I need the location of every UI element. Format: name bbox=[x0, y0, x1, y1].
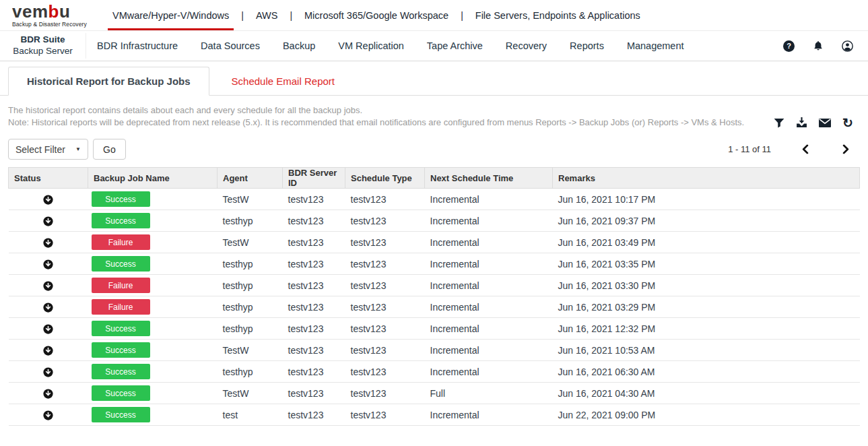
select-filter-dropdown[interactable]: Select Filter ▼ bbox=[8, 139, 88, 160]
status-cell bbox=[9, 296, 88, 318]
main-menu-bar: BDR Suite Backup Server BDR Infrastructu… bbox=[0, 31, 868, 61]
bdr-server-id-cell: testv123 bbox=[283, 340, 345, 361]
download-icon[interactable] bbox=[796, 117, 807, 129]
main-nav-item-reports[interactable]: Reports bbox=[570, 40, 604, 51]
backup-job-name-cell: Failure bbox=[88, 296, 218, 318]
job-status-badge[interactable]: Failure bbox=[92, 234, 150, 250]
vembu-logo[interactable]: vembu Backup & Disaster Recovery bbox=[12, 3, 88, 28]
status-cell bbox=[9, 232, 88, 253]
bdr-server-id-cell: testv123 bbox=[283, 383, 345, 404]
column-header-status: Status bbox=[9, 168, 88, 189]
description-line-2: Note: Historical reports will be depreca… bbox=[8, 117, 744, 129]
next-schedule-time-cell: Full bbox=[425, 383, 553, 404]
tab-historical-report[interactable]: Historical Report for Backup Jobs bbox=[8, 67, 209, 96]
next-page-icon[interactable] bbox=[840, 144, 850, 154]
table-row[interactable]: Successtesthyptestv123testv123Incrementa… bbox=[9, 318, 860, 340]
help-icon[interactable]: ? bbox=[783, 40, 795, 52]
product-tab-vmware-hyper-v-windows[interactable]: VMware/Hyper-V/Windows bbox=[110, 0, 231, 30]
user-account-icon[interactable] bbox=[842, 40, 853, 52]
chevron-down-icon: ▼ bbox=[75, 146, 81, 152]
history-download-status-icon[interactable] bbox=[43, 324, 53, 334]
table-row[interactable]: SuccessTestWtestv123testv123FullJun 16, … bbox=[9, 383, 860, 404]
bdr-server-id-cell: testv123 bbox=[283, 318, 345, 340]
backup-job-name-cell: Success bbox=[88, 210, 218, 232]
remarks-cell: Jun 16, 2021 10:53 AM bbox=[553, 340, 860, 361]
job-status-badge[interactable]: Success bbox=[92, 321, 150, 336]
product-title-block[interactable]: BDR Suite Backup Server bbox=[0, 33, 86, 59]
job-status-badge[interactable]: Success bbox=[92, 407, 150, 422]
status-cell bbox=[9, 275, 88, 296]
go-button[interactable]: Go bbox=[93, 139, 126, 160]
history-download-status-icon[interactable] bbox=[43, 410, 53, 420]
filter-icon[interactable] bbox=[774, 118, 784, 129]
history-download-status-icon[interactable] bbox=[43, 259, 53, 269]
notifications-bell-icon[interactable] bbox=[813, 40, 824, 51]
job-status-badge[interactable]: Success bbox=[92, 191, 150, 207]
table-header-row: StatusBackup Job NameAgentBDR Server IDS… bbox=[9, 168, 860, 189]
status-cell bbox=[9, 189, 88, 210]
table-row[interactable]: Failuretesthyptestv123testv123Incrementa… bbox=[9, 275, 860, 296]
history-download-status-icon[interactable] bbox=[43, 367, 53, 377]
bdr-server-id-cell: testv123 bbox=[283, 253, 345, 275]
backup-job-name-cell: Failure bbox=[88, 232, 218, 253]
history-download-status-icon[interactable] bbox=[43, 238, 53, 248]
agent-cell: testhyp bbox=[218, 318, 283, 340]
schedule-type-cell: testv123 bbox=[345, 253, 425, 275]
job-status-badge[interactable]: Success bbox=[92, 256, 150, 272]
remarks-cell: Jun 16, 2021 04:30 AM bbox=[553, 383, 860, 404]
product-tab-aws[interactable]: AWS bbox=[254, 0, 280, 30]
main-nav-item-data-sources[interactable]: Data Sources bbox=[201, 40, 260, 51]
main-nav-item-tape-archive[interactable]: Tape Archive bbox=[427, 40, 483, 51]
job-status-badge[interactable]: Failure bbox=[92, 278, 150, 293]
table-row[interactable]: SuccessTestWtestv123testv123IncrementalJ… bbox=[9, 340, 860, 361]
history-download-status-icon[interactable] bbox=[43, 302, 53, 313]
table-row[interactable]: Failuretesthyptestv123testv123Incrementa… bbox=[9, 296, 860, 318]
backup-job-name-cell: Failure bbox=[88, 275, 218, 296]
main-nav-item-management[interactable]: Management bbox=[627, 40, 684, 51]
email-icon[interactable] bbox=[819, 119, 831, 127]
status-cell bbox=[9, 383, 88, 404]
main-nav-item-recovery[interactable]: Recovery bbox=[506, 40, 547, 51]
agent-cell: testhyp bbox=[218, 296, 283, 318]
tab-schedule-email-report[interactable]: Schedule Email Report bbox=[213, 67, 353, 95]
table-row[interactable]: SuccessTestWtestv123testv123IncrementalJ… bbox=[9, 189, 860, 210]
table-row[interactable]: Successtesthyptestv123testv123Incrementa… bbox=[9, 253, 860, 275]
bdr-server-id-cell: testv123 bbox=[283, 275, 345, 296]
main-nav-item-bdr-infrastructure[interactable]: BDR Infrastructure bbox=[97, 40, 178, 51]
history-download-status-icon[interactable] bbox=[43, 195, 53, 205]
history-download-status-icon[interactable] bbox=[43, 216, 53, 226]
product-subtitle: Backup Server bbox=[0, 46, 86, 57]
main-nav-item-backup[interactable]: Backup bbox=[283, 40, 315, 51]
remarks-cell: Jun 16, 2021 03:30 PM bbox=[553, 275, 860, 296]
bdr-server-id-cell: testv123 bbox=[283, 404, 345, 426]
remarks-cell: Jun 16, 2021 03:49 PM bbox=[553, 232, 860, 253]
backup-job-name-cell: Success bbox=[88, 340, 218, 361]
table-row[interactable]: FailureTestWtestv123testv123IncrementalJ… bbox=[9, 232, 860, 253]
column-header-remarks: Remarks bbox=[553, 168, 860, 189]
schedule-type-cell: testv123 bbox=[345, 275, 425, 296]
pagination-range-label: 1 - 11 of 11 bbox=[728, 144, 771, 154]
product-tab-file-servers-endpoints-applications[interactable]: File Servers, Endpoints & Applications bbox=[473, 0, 642, 30]
remarks-cell: Jun 16, 2021 06:30 AM bbox=[553, 361, 860, 383]
product-tab-microsoft-365-google-workspace[interactable]: Microsoft 365/Google Workspace bbox=[302, 0, 450, 30]
schedule-type-cell: testv123 bbox=[345, 340, 425, 361]
history-download-status-icon[interactable] bbox=[43, 281, 53, 291]
previous-page-icon[interactable] bbox=[801, 144, 811, 154]
job-status-badge[interactable]: Failure bbox=[92, 299, 150, 315]
nav-separator: | bbox=[290, 10, 292, 21]
nav-separator: | bbox=[241, 10, 244, 21]
history-download-status-icon[interactable] bbox=[43, 346, 53, 356]
remarks-cell: Jun 16, 2021 10:17 PM bbox=[553, 189, 860, 210]
job-status-badge[interactable]: Success bbox=[92, 213, 150, 228]
main-nav-item-vm-replication[interactable]: VM Replication bbox=[338, 40, 404, 51]
remarks-cell: Jun 16, 2021 12:32 PM bbox=[553, 318, 860, 340]
table-row[interactable]: Successtesttestv123testv123IncrementalJu… bbox=[9, 404, 860, 426]
table-row[interactable]: Successtesthyptestv123testv123Incrementa… bbox=[9, 361, 860, 383]
job-status-badge[interactable]: Success bbox=[92, 342, 150, 358]
agent-cell: testhyp bbox=[218, 253, 283, 275]
refresh-icon[interactable]: ↻ bbox=[842, 118, 853, 128]
job-status-badge[interactable]: Success bbox=[92, 385, 150, 401]
history-download-status-icon[interactable] bbox=[43, 389, 53, 399]
job-status-badge[interactable]: Success bbox=[92, 364, 150, 379]
table-row[interactable]: Successtesthyptestv123testv123Incrementa… bbox=[9, 210, 860, 232]
